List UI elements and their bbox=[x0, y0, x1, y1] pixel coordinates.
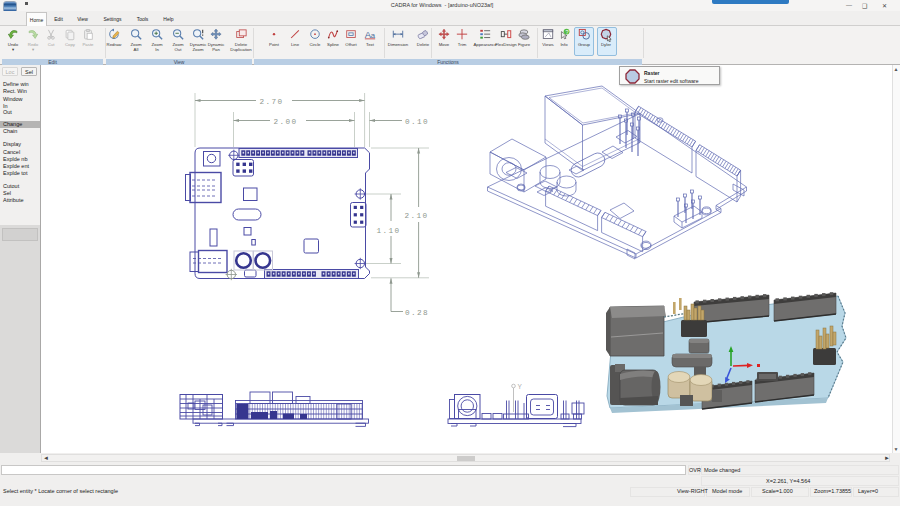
svg-text:0.10: 0.10 bbox=[405, 118, 429, 126]
svg-text:2.70: 2.70 bbox=[260, 98, 284, 106]
svg-text:2.10: 2.10 bbox=[405, 212, 429, 220]
svg-text:0.28: 0.28 bbox=[405, 309, 429, 317]
svg-text:2.00: 2.00 bbox=[274, 118, 298, 126]
svg-text:Y: Y bbox=[518, 383, 523, 390]
svg-text:1.10: 1.10 bbox=[377, 227, 401, 235]
